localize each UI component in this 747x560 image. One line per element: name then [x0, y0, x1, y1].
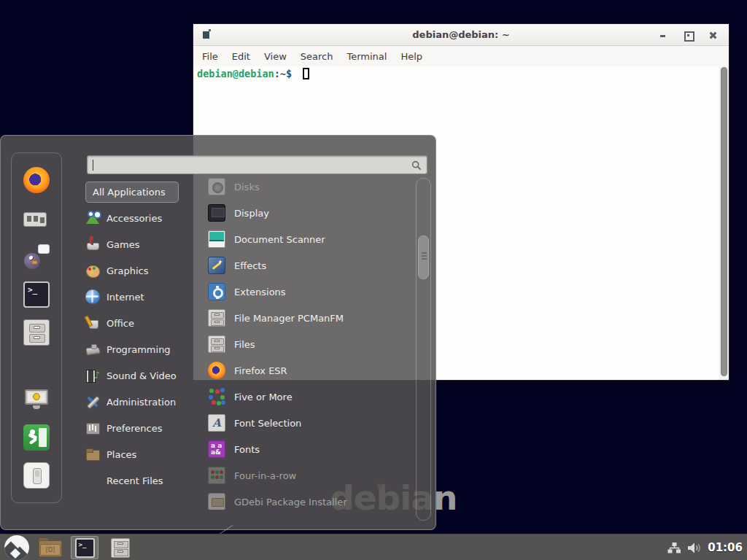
taskbar-terminal-button[interactable]: >_ — [71, 536, 98, 559]
category-games[interactable]: Games — [85, 231, 198, 257]
app-fonts[interactable]: a aa&Fonts — [208, 436, 412, 462]
search-box[interactable] — [87, 155, 427, 174]
category-administration[interactable]: Administration — [85, 389, 198, 415]
terminal-titlebar[interactable]: debian@debian: ~ — [193, 24, 729, 46]
desktop: debian debian@debian: ~ File Edit View S… — [0, 0, 747, 560]
terminal-launcher-icon[interactable]: >_ — [23, 281, 50, 308]
app-five-or-more[interactable]: Five or More — [208, 384, 412, 410]
menu-view[interactable]: View — [264, 51, 287, 62]
office-icon — [85, 316, 100, 330]
pcmanfm-icon — [208, 309, 225, 327]
menu-scrollbar[interactable] — [416, 178, 431, 521]
gdebi-icon — [208, 493, 225, 510]
preferences-icon — [85, 421, 100, 435]
category-internet[interactable]: Internet — [85, 284, 198, 310]
app-disks[interactable]: Disks — [208, 174, 412, 200]
terminal-scrollbar-thumb[interactable] — [721, 67, 727, 376]
category-recent-files[interactable]: Recent Files — [85, 467, 198, 494]
category-office[interactable]: Office — [85, 310, 198, 336]
terminal-window-icon — [203, 31, 209, 39]
files-icon — [208, 335, 225, 353]
shell-prompt: debian@debian:~$ — [197, 68, 309, 79]
desktop-folder-icon[interactable]: [D] — [39, 538, 62, 557]
effects-icon — [208, 257, 225, 274]
app-firefox-esr[interactable]: Firefox ESR — [208, 357, 412, 384]
app-effects[interactable]: Effects — [208, 252, 412, 279]
favorites-rail: >_ — [11, 152, 62, 503]
system-tray: 01:06 — [667, 534, 743, 560]
category-programming[interactable]: Programming — [85, 336, 198, 362]
app-file-manager-pcmanfm[interactable]: File Manager PCManFM — [208, 305, 412, 331]
taskbar-file-manager-icon[interactable] — [111, 538, 130, 558]
document-scanner-icon — [208, 230, 225, 248]
sound-video-icon — [85, 368, 100, 383]
firefox-icon[interactable] — [23, 167, 50, 193]
minimize-button[interactable] — [659, 31, 667, 39]
category-list: All Applications Accessories Games Graph… — [85, 182, 198, 494]
games-icon — [85, 237, 100, 252]
menu-terminal[interactable]: Terminal — [347, 51, 387, 62]
administration-icon — [85, 394, 100, 409]
category-accessories[interactable]: Accessories — [85, 205, 198, 231]
application-list: Disks Display Document Scanner Effects E… — [208, 174, 412, 510]
log-out-icon[interactable] — [23, 424, 50, 451]
close-button[interactable] — [709, 31, 717, 39]
network-icon[interactable] — [667, 542, 681, 554]
internet-icon — [85, 289, 100, 304]
firefox-esr-icon — [208, 362, 225, 379]
taskbar: [D] >_ 01:06 — [0, 534, 747, 560]
shut-down-icon[interactable] — [23, 462, 50, 489]
control-center-icon[interactable] — [23, 206, 50, 232]
clock[interactable]: 01:06 — [708, 541, 743, 554]
app-gdebi[interactable]: GDebi Package Installer — [208, 489, 412, 510]
taskbar-terminal-icon: >_ — [75, 538, 95, 558]
volume-icon[interactable] — [687, 542, 702, 554]
pidgin-icon[interactable] — [23, 244, 50, 270]
menu-help[interactable]: Help — [400, 51, 422, 62]
category-places[interactable]: Places — [85, 441, 198, 467]
terminal-menubar: File Edit View Search Terminal Help — [193, 46, 729, 66]
terminal-cursor — [303, 68, 309, 79]
menu-edit[interactable]: Edit — [232, 51, 250, 62]
font-selection-icon: A — [208, 414, 225, 432]
programming-icon — [85, 342, 100, 357]
fonts-icon: a aa& — [208, 440, 225, 458]
five-or-more-icon — [208, 388, 225, 405]
accessories-icon — [85, 211, 100, 225]
category-graphics[interactable]: Graphics — [85, 257, 198, 284]
recent-files-spacer — [85, 473, 100, 488]
disks-icon — [208, 178, 225, 195]
menu-search[interactable]: Search — [301, 51, 333, 62]
terminal-scrollbar[interactable] — [719, 66, 729, 380]
display-icon — [208, 204, 225, 222]
four-in-a-row-icon — [208, 467, 225, 484]
graphics-icon — [85, 263, 100, 278]
app-document-scanner[interactable]: Document Scanner — [208, 226, 412, 252]
extensions-icon — [208, 283, 225, 300]
lock-screen-icon[interactable] — [23, 386, 50, 413]
search-input[interactable] — [88, 156, 427, 174]
maximize-button[interactable] — [684, 31, 692, 39]
application-menu: >_ All Applications Accessories — [0, 135, 436, 530]
category-all-applications[interactable]: All Applications — [85, 182, 179, 203]
app-font-selection[interactable]: AFont Selection — [208, 410, 412, 436]
prompt-path: :~$ — [274, 68, 292, 79]
menu-scrollbar-thumb[interactable] — [418, 236, 429, 279]
places-icon — [85, 447, 100, 462]
menu-button[interactable] — [4, 535, 29, 560]
prompt-user-host: debian@debian — [197, 68, 274, 79]
text-caret — [93, 160, 93, 171]
category-sound-video[interactable]: Sound & Video — [85, 362, 198, 389]
file-manager-icon[interactable] — [23, 319, 50, 346]
terminal-title: debian@debian: ~ — [193, 29, 729, 40]
app-extensions[interactable]: Extensions — [208, 279, 412, 305]
app-display[interactable]: Display — [208, 200, 412, 226]
app-four-in-a-row[interactable]: Four-in-a-row — [208, 462, 412, 489]
search-icon — [411, 160, 422, 171]
category-preferences[interactable]: Preferences — [85, 415, 198, 441]
app-files[interactable]: Files — [208, 331, 412, 357]
menu-file[interactable]: File — [202, 51, 218, 62]
